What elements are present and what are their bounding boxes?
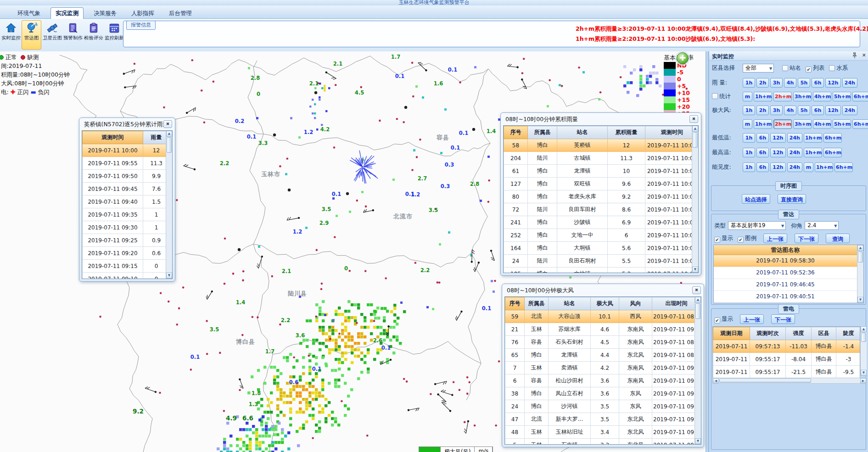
button-6h+m[interactable]: 6h+m xyxy=(852,119,868,129)
table-row[interactable]: 76容县石头石剑村4.5东南风2019-07-11 08:08 xyxy=(505,336,695,349)
button-6h[interactable]: 6h xyxy=(756,148,769,157)
column-header[interactable]: 陡度 xyxy=(836,327,861,340)
scroll-down-icon[interactable]: ▼ xyxy=(695,438,701,444)
table-row[interactable]: 2019-07-11 09:150 xyxy=(83,260,166,273)
scroll-left-icon[interactable]: ◀ xyxy=(713,378,719,383)
button-m[interactable]: m xyxy=(743,119,752,129)
column-header[interactable]: 观测时间 xyxy=(83,131,143,144)
column-header[interactable]: 序号 xyxy=(504,126,528,139)
button-6h+m[interactable]: 6h+m xyxy=(834,162,853,172)
checkbox[interactable] xyxy=(829,65,835,71)
button-1h+m[interactable]: 1h+m xyxy=(804,133,822,143)
column-header[interactable]: 站名 xyxy=(557,126,608,139)
vertical-scrollbar[interactable]: ▲ ▼ xyxy=(692,126,698,273)
column-header[interactable]: 观测时次 xyxy=(750,327,786,340)
table-row[interactable]: 2019-07-11 09:351 xyxy=(83,208,166,221)
vertical-scrollbar[interactable]: ▲ ▼ xyxy=(166,131,172,279)
table-row[interactable]: 204陆川古城镇11.32019-07-11 10:00 xyxy=(504,152,692,165)
radar-image-item[interactable]: 2019-07-11 09:40:51 xyxy=(714,291,857,303)
scroll-up-icon[interactable]: ▲ xyxy=(692,126,698,132)
table-row[interactable]: 2019-07-1109:55:17-8.04博白县-3 xyxy=(713,353,861,366)
button-6h[interactable]: 6h xyxy=(756,133,769,143)
button-1h[interactable]: 1h xyxy=(743,133,755,143)
radar-type-select[interactable]: 基本反射率19 ▼ xyxy=(728,221,786,230)
table-row[interactable]: 65博白龙潭镇4.4东北风2019-07-11 08:34 xyxy=(505,349,695,362)
table-row[interactable]: 5玉林石南镇3.3东北风2019-07-11 09:59 xyxy=(505,439,695,445)
button-6h[interactable]: 6h xyxy=(756,162,769,172)
toolbar-button-实时监控[interactable]: 实时监控 xyxy=(1,20,21,50)
button-6h+m[interactable]: 6h+m xyxy=(852,92,868,101)
table-row[interactable]: 58博白英桥镇122019-07-11 10:00 xyxy=(504,139,692,152)
button-12h[interactable]: 12h xyxy=(770,162,786,172)
button-2h+m[interactable]: 2h+m xyxy=(773,119,792,129)
column-header[interactable]: 站名 xyxy=(549,297,591,310)
vertical-scrollbar[interactable]: ▲ ▼ xyxy=(694,297,701,444)
checkbox[interactable]: ✔ xyxy=(714,318,720,324)
scrollbar-thumb[interactable] xyxy=(719,379,811,383)
menu-tab-后台管理[interactable]: 后台管理 xyxy=(164,8,196,20)
button-站点选择[interactable]: 站点选择 xyxy=(742,194,770,204)
button-6h[interactable]: 6h xyxy=(812,106,824,115)
scrollbar-thumb[interactable] xyxy=(695,303,700,319)
toolbar-button-雷达图[interactable]: 雷达图 xyxy=(22,20,41,50)
button-4h[interactable]: 4h xyxy=(784,78,796,88)
radar-elev-select[interactable]: 2.4 ▼ xyxy=(805,221,839,230)
button-24h[interactable]: 24h xyxy=(787,133,803,143)
button-1h[interactable]: 1h xyxy=(743,162,755,172)
district-select[interactable]: 全部 ▼ xyxy=(743,64,774,73)
table-row[interactable]: 241博白沙陂镇6.92019-07-11 10:00 xyxy=(504,216,692,229)
button-24h[interactable]: 24h xyxy=(787,162,803,172)
button-3h+m[interactable]: 3h+m xyxy=(793,119,812,129)
column-header[interactable]: 累积雨量 xyxy=(608,126,645,139)
table-row[interactable]: 24博白沙河镇3.5东风2019-07-11 09:46 xyxy=(505,400,695,413)
table-row[interactable]: 164博白大垌镇5.62019-07-11 10:00 xyxy=(504,242,692,255)
button-1h[interactable]: 1h xyxy=(743,106,755,115)
button-1h[interactable]: 1h xyxy=(743,148,755,157)
button-下一张[interactable]: 下一张 xyxy=(795,234,818,243)
lightning-show-checkbox[interactable]: ✔显示 xyxy=(714,314,738,323)
close-icon[interactable]: ✖ xyxy=(689,115,698,123)
button-6h+m[interactable]: 6h+m xyxy=(823,148,842,157)
button-5h[interactable]: 5h xyxy=(798,106,810,115)
column-header[interactable]: 所属县 xyxy=(525,297,549,310)
table-row[interactable]: 2019-07-11 09:250.9 xyxy=(83,234,166,247)
button-5h[interactable]: 5h xyxy=(798,78,810,88)
checkbox[interactable]: ✔ xyxy=(738,237,744,243)
radar-image-item[interactable]: 2019-07-11 09:52:36 xyxy=(714,267,857,279)
table-row[interactable]: 2019-07-11 09:401.5 xyxy=(83,195,166,208)
button-6h[interactable]: 6h xyxy=(812,78,824,88)
column-header[interactable]: 观测日期 xyxy=(713,327,750,340)
checkbox[interactable] xyxy=(782,65,788,71)
column-header[interactable]: 所属县 xyxy=(528,126,557,139)
button-2h[interactable]: 2h xyxy=(756,78,769,88)
toolbar-button-监控刷新[interactable]: 监控刷新 xyxy=(104,20,124,50)
scroll-right-icon[interactable]: ▶ xyxy=(860,378,866,383)
button-1h+m[interactable]: 1h+m xyxy=(754,119,772,129)
toolbar-button-预警制作[interactable]: 预警制作 xyxy=(63,20,83,50)
button-4h+m[interactable]: 4h+m xyxy=(813,119,831,129)
table-row[interactable]: 2019-07-11 09:100 xyxy=(83,273,166,279)
table-row[interactable]: 6容县松山沙田村3.6东南风2019-07-11 09:59 xyxy=(505,374,695,387)
menu-tab-决策服务[interactable]: 决策服务 xyxy=(89,8,121,20)
button-1h+m[interactable]: 1h+m xyxy=(804,148,822,157)
scroll-down-icon[interactable]: ▼ xyxy=(861,370,867,376)
close-icon[interactable]: ✖ xyxy=(692,286,701,294)
button-3h[interactable]: 3h xyxy=(770,78,783,88)
close-icon[interactable]: ✖ xyxy=(163,120,172,128)
scroll-down-icon[interactable]: ▼ xyxy=(692,267,698,273)
scroll-down-icon[interactable]: ▼ xyxy=(857,297,863,303)
scrollbar-thumb[interactable] xyxy=(861,333,866,342)
button-下一张[interactable]: 下一张 xyxy=(771,314,795,324)
button-上一张[interactable]: 上一张 xyxy=(740,314,764,324)
column-header[interactable]: 区县 xyxy=(812,327,836,340)
vertical-scrollbar[interactable]: ▲ ▼ xyxy=(860,326,867,376)
button-24h[interactable]: 24h xyxy=(842,78,858,88)
scrollbar-thumb[interactable] xyxy=(167,137,172,153)
scroll-up-icon[interactable]: ▲ xyxy=(857,245,863,251)
button-12h[interactable]: 12h xyxy=(825,106,841,115)
button-3h+m[interactable]: 3h+m xyxy=(793,92,812,101)
table-row[interactable]: 2019-07-11 09:509.9 xyxy=(83,170,166,183)
toolbar-button-检验评分[interactable]: 检验评分 xyxy=(84,20,103,50)
menu-tab-实况监测[interactable]: 实况监测 xyxy=(50,7,84,20)
button-24h[interactable]: 24h xyxy=(842,106,858,115)
